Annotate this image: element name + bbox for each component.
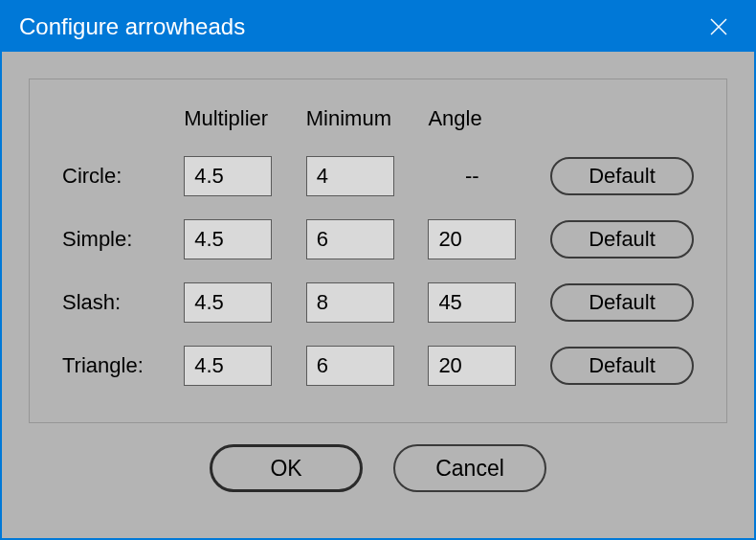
- table-row: Triangle: Default: [62, 346, 694, 386]
- row-label-triangle: Triangle:: [62, 346, 184, 386]
- slash-multiplier-input[interactable]: [184, 282, 272, 323]
- table-row: Slash: Default: [62, 282, 694, 346]
- circle-default-button[interactable]: Default: [550, 157, 694, 195]
- circle-minimum-input[interactable]: [306, 156, 394, 196]
- simple-default-button[interactable]: Default: [550, 220, 694, 259]
- simple-minimum-input[interactable]: [306, 219, 394, 259]
- arrowheads-groupbox: Multiplier Minimum Angle Circle: -- Defa…: [29, 79, 727, 423]
- table-row: Circle: -- Default: [62, 156, 694, 219]
- table-row: Simple: Default: [62, 219, 694, 282]
- simple-angle-input[interactable]: [428, 219, 516, 259]
- ok-button[interactable]: OK: [210, 444, 363, 492]
- circle-angle-na: --: [428, 164, 516, 189]
- row-label-simple: Simple:: [62, 219, 184, 282]
- triangle-angle-input[interactable]: [428, 346, 516, 386]
- triangle-default-button[interactable]: Default: [550, 347, 694, 385]
- close-button[interactable]: [699, 7, 739, 47]
- circle-multiplier-input[interactable]: [184, 156, 272, 196]
- configure-arrowheads-dialog: Configure arrowheads Multiplier Minimum …: [0, 0, 756, 540]
- content-area: Multiplier Minimum Angle Circle: -- Defa…: [2, 52, 754, 538]
- close-icon: [709, 17, 728, 36]
- titlebar: Configure arrowheads: [2, 2, 754, 52]
- triangle-multiplier-input[interactable]: [184, 346, 272, 386]
- row-label-slash: Slash:: [62, 282, 184, 346]
- row-label-circle: Circle:: [62, 156, 184, 219]
- arrowheads-table: Multiplier Minimum Angle Circle: -- Defa…: [62, 106, 694, 386]
- slash-angle-input[interactable]: [428, 282, 516, 323]
- cancel-button[interactable]: Cancel: [393, 444, 546, 492]
- window-title: Configure arrowheads: [19, 13, 245, 40]
- header-multiplier: Multiplier: [184, 106, 306, 156]
- header-minimum: Minimum: [306, 106, 429, 156]
- simple-multiplier-input[interactable]: [184, 219, 272, 259]
- dialog-button-row: OK Cancel: [29, 444, 727, 492]
- header-angle: Angle: [428, 106, 550, 156]
- slash-minimum-input[interactable]: [306, 282, 394, 323]
- slash-default-button[interactable]: Default: [550, 283, 694, 322]
- triangle-minimum-input[interactable]: [306, 346, 394, 386]
